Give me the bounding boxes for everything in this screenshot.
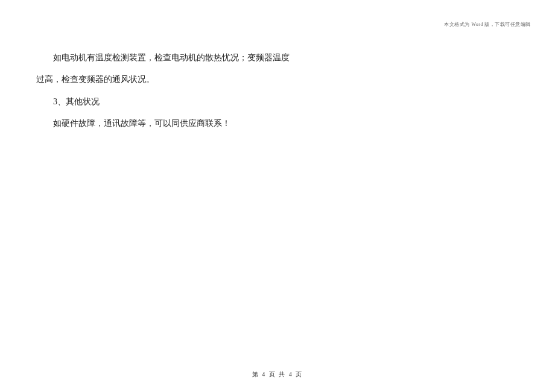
- document-body: 如电动机有温度检测装置，检查电动机的散热忧况；变频器温度 过高，检查变频器的通风…: [0, 0, 555, 135]
- section-heading: 3、其他状况: [36, 91, 519, 113]
- paragraph: 如硬件故障，通讯故障等，可以同供应商联系！: [36, 113, 519, 134]
- paragraph: 过高，检查变频器的通风状况。: [36, 69, 519, 90]
- header-note: 本文格式为 Word 版，下载可任意编辑: [444, 21, 531, 28]
- paragraph: 如电动机有温度检测装置，检查电动机的散热忧况；变频器温度: [36, 47, 519, 69]
- page-footer: 第 4 页 共 4 页: [0, 370, 555, 379]
